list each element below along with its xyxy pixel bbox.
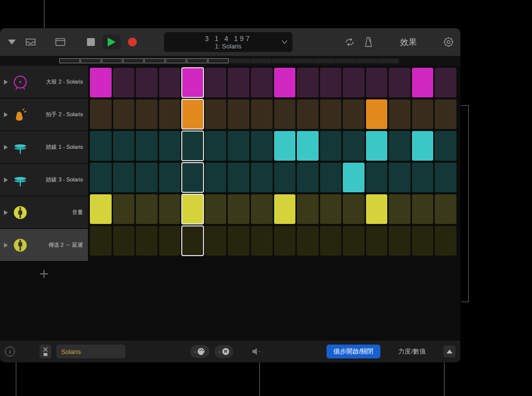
- step-cell[interactable]: [343, 131, 365, 161]
- step-cell[interactable]: [182, 68, 204, 97]
- record-button[interactable]: [125, 35, 139, 49]
- randomize-button[interactable]: › R: [214, 345, 233, 358]
- step-cell[interactable]: [159, 194, 181, 224]
- step-cell[interactable]: [205, 194, 227, 224]
- step-cell[interactable]: [90, 99, 112, 129]
- step-cell[interactable]: [366, 226, 388, 256]
- track-play-icon[interactable]: [3, 145, 9, 150]
- stop-button[interactable]: [84, 35, 98, 49]
- step-cell[interactable]: [389, 226, 410, 256]
- step-cell[interactable]: [366, 68, 388, 97]
- inbox-icon[interactable]: [24, 35, 38, 49]
- step-cell[interactable]: [228, 226, 249, 256]
- step-cell[interactable]: [182, 99, 204, 129]
- step-cell[interactable]: [251, 194, 273, 224]
- step-cell[interactable]: [320, 68, 342, 97]
- step-cell[interactable]: [113, 68, 135, 97]
- close-panel-button[interactable]: [40, 345, 51, 358]
- step-cell[interactable]: [136, 99, 158, 129]
- step-cell[interactable]: [182, 131, 204, 161]
- step-cell[interactable]: [297, 131, 319, 161]
- step-cell[interactable]: [251, 99, 273, 129]
- play-button[interactable]: [103, 35, 121, 49]
- view-icon[interactable]: [53, 35, 67, 49]
- step-cell[interactable]: [136, 163, 158, 192]
- track-play-icon[interactable]: [3, 210, 9, 215]
- track-play-icon[interactable]: [3, 243, 9, 248]
- step-cell[interactable]: [274, 131, 296, 161]
- step-cell[interactable]: [435, 194, 456, 224]
- step-cell[interactable]: [320, 99, 342, 129]
- step-cell[interactable]: [274, 99, 296, 129]
- step-cell[interactable]: [90, 68, 112, 97]
- step-cell[interactable]: [320, 194, 342, 224]
- step-cell[interactable]: [159, 68, 181, 97]
- track-header[interactable]: 傳送 2 → 延遲: [0, 229, 88, 262]
- step-cell[interactable]: [205, 99, 227, 129]
- step-cell[interactable]: [343, 226, 365, 256]
- step-cell[interactable]: [251, 131, 273, 161]
- step-cell[interactable]: [435, 163, 456, 192]
- loop-icon[interactable]: [343, 35, 357, 49]
- edit-mode-label[interactable]: 力度/數值: [398, 347, 426, 356]
- track-play-icon[interactable]: [3, 177, 9, 182]
- color-palette-button[interactable]: ›: [190, 345, 210, 358]
- step-cell[interactable]: [228, 68, 249, 97]
- track-header[interactable]: 大鼓 2 - Solaris: [0, 66, 88, 98]
- step-cell[interactable]: [297, 163, 319, 192]
- step-cell[interactable]: [159, 163, 181, 192]
- step-cell[interactable]: [320, 226, 342, 256]
- step-cell[interactable]: [228, 163, 249, 192]
- step-cell[interactable]: [320, 163, 342, 192]
- step-cell[interactable]: [412, 68, 434, 97]
- step-cell[interactable]: [251, 226, 273, 256]
- step-cell[interactable]: [366, 194, 388, 224]
- step-cell[interactable]: [389, 163, 410, 192]
- step-cell[interactable]: [205, 163, 227, 192]
- step-cell[interactable]: [412, 99, 434, 129]
- step-cell[interactable]: [297, 194, 319, 224]
- step-cell[interactable]: [90, 226, 112, 256]
- metronome-icon[interactable]: [362, 35, 375, 49]
- step-cell[interactable]: [274, 194, 296, 224]
- step-cell[interactable]: [366, 163, 388, 192]
- step-cell[interactable]: [159, 131, 181, 161]
- step-cell[interactable]: [136, 131, 158, 161]
- step-toggle-button[interactable]: 循步開啟/關閉: [327, 345, 381, 358]
- track-play-icon[interactable]: [3, 80, 9, 85]
- step-cell[interactable]: [320, 131, 342, 161]
- step-cell[interactable]: [343, 194, 365, 224]
- step-cell[interactable]: [113, 194, 135, 224]
- step-cell[interactable]: [251, 163, 273, 192]
- pattern-name-field[interactable]: Solaris: [56, 345, 125, 358]
- step-cell[interactable]: [389, 131, 410, 161]
- step-cell[interactable]: [366, 99, 388, 129]
- step-cell[interactable]: [182, 163, 204, 192]
- step-cell[interactable]: [228, 194, 249, 224]
- step-cell[interactable]: [90, 163, 112, 192]
- step-cell[interactable]: [182, 226, 204, 256]
- step-cell[interactable]: [136, 226, 158, 256]
- step-cell[interactable]: [205, 68, 227, 97]
- step-cell[interactable]: [412, 194, 434, 224]
- step-cell[interactable]: [412, 131, 434, 161]
- step-cell[interactable]: [274, 68, 296, 97]
- step-cell[interactable]: [412, 226, 434, 256]
- step-cell[interactable]: [136, 68, 158, 97]
- timeline-overview[interactable]: [0, 56, 460, 66]
- step-cell[interactable]: [182, 194, 204, 224]
- step-cell[interactable]: [228, 99, 249, 129]
- track-header[interactable]: 音量: [0, 196, 88, 229]
- track-header[interactable]: 拍手 2 - Solaris: [0, 98, 88, 131]
- speaker-icon[interactable]: [252, 348, 262, 355]
- step-cell[interactable]: [205, 131, 227, 161]
- step-cell[interactable]: [435, 68, 456, 97]
- step-cell[interactable]: [90, 194, 112, 224]
- step-cell[interactable]: [343, 163, 365, 192]
- step-cell[interactable]: [159, 226, 181, 256]
- step-cell[interactable]: [113, 163, 135, 192]
- settings-gear-icon[interactable]: [442, 35, 455, 49]
- track-header[interactable]: 踏鈸 3 - Solaris: [0, 164, 88, 196]
- step-cell[interactable]: [435, 226, 456, 256]
- add-track-button[interactable]: [0, 262, 88, 286]
